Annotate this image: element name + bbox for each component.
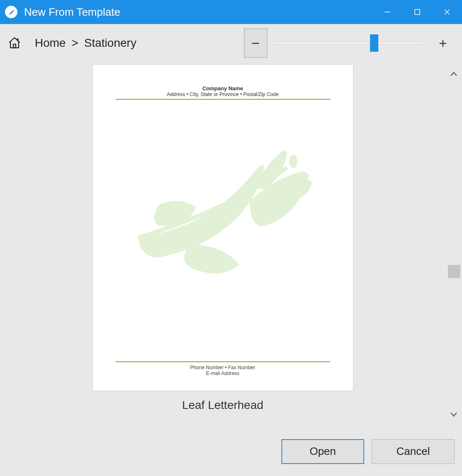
- close-button[interactable]: [432, 0, 462, 24]
- dialog-footer: Open Cancel: [0, 426, 462, 476]
- svg-rect-4: [13, 44, 16, 48]
- preview-footer: Phone Number • Fax Number E-mail Address: [116, 361, 330, 376]
- home-icon[interactable]: [7, 36, 22, 50]
- template-card[interactable]: Company Name Address • City, State or Pr…: [92, 64, 353, 412]
- content-area: Company Name Address • City, State or Pr…: [0, 62, 462, 426]
- preview-footer-rule: [116, 361, 330, 362]
- preview-phone-fax: Phone Number • Fax Number: [116, 365, 330, 370]
- open-button[interactable]: Open: [281, 439, 364, 464]
- vertical-scrollbar[interactable]: [445, 62, 462, 426]
- zoom-in-button[interactable]: +: [431, 29, 455, 58]
- toolbar: Home > Stationery − +: [0, 24, 462, 62]
- preview-body: [116, 100, 330, 361]
- minimize-button[interactable]: [373, 0, 402, 24]
- cancel-button[interactable]: Cancel: [372, 439, 455, 464]
- app-icon: [5, 6, 17, 18]
- template-list: Company Name Address • City, State or Pr…: [0, 62, 445, 426]
- scroll-up-icon[interactable]: [450, 69, 457, 79]
- template-preview: Company Name Address • City, State or Pr…: [92, 64, 353, 391]
- zoom-slider-thumb[interactable]: [370, 34, 378, 52]
- leaf-graphic-icon: [113, 143, 333, 292]
- preview-header: Company Name Address • City, State or Pr…: [116, 85, 330, 100]
- zoom-slider[interactable]: [275, 38, 424, 48]
- svg-rect-1: [415, 10, 420, 14]
- breadcrumb-current[interactable]: Stationery: [84, 36, 136, 50]
- breadcrumb: Home > Stationery: [35, 36, 136, 50]
- title-bar: New From Template: [0, 0, 462, 24]
- preview-company-name: Company Name: [116, 85, 330, 91]
- preview-address: Address • City, State or Province • Post…: [116, 91, 330, 97]
- breadcrumb-home[interactable]: Home: [35, 36, 66, 50]
- preview-email: E-mail Address: [116, 370, 330, 376]
- scrollbar-thumb[interactable]: [448, 265, 460, 278]
- scroll-down-icon[interactable]: [450, 409, 457, 420]
- window-title: New From Template: [24, 6, 120, 19]
- zoom-slider-track: [275, 41, 424, 45]
- breadcrumb-separator: >: [72, 36, 78, 50]
- zoom-out-button[interactable]: −: [244, 29, 267, 58]
- template-name-label: Leaf Letterhead: [182, 399, 263, 412]
- svg-point-5: [289, 155, 298, 168]
- maximize-button[interactable]: [402, 0, 432, 24]
